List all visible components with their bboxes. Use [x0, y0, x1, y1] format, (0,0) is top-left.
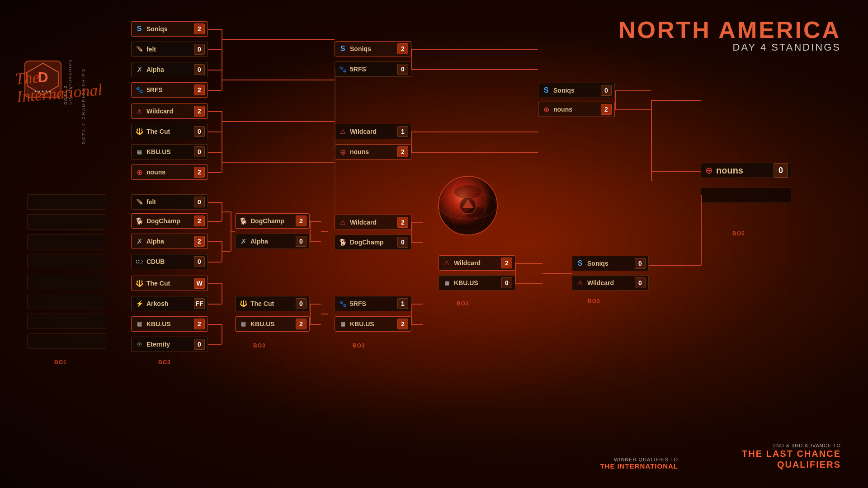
thecut-icon-2: 🔱	[238, 299, 248, 309]
conn	[208, 172, 222, 173]
lb-r2-4: ▦ KBU.US 2	[235, 316, 310, 332]
lb-r1-5: 🔱 The Cut W	[131, 276, 208, 291]
conn	[208, 324, 222, 325]
lb-r2-2: ✗ Alpha 0	[235, 234, 310, 249]
team-name: CDUB	[146, 258, 192, 265]
conn	[701, 195, 702, 265]
felt-icon-1: 🪶	[134, 44, 144, 54]
team-score: 2	[397, 146, 408, 157]
gf-upper: ⊕ nouns 0	[701, 163, 791, 178]
conn	[411, 152, 538, 153]
team-score: FF	[194, 298, 205, 309]
team-score: 0	[774, 163, 788, 178]
ub-r2-2: 🐾 5RFS 0	[335, 61, 411, 77]
conn	[310, 324, 321, 325]
lb-semi-2: ⚠ Wildcard 0	[572, 275, 649, 291]
team-score: 1	[397, 298, 408, 309]
conn	[208, 202, 222, 203]
conn	[651, 100, 652, 181]
conn	[222, 80, 335, 80]
conn	[208, 111, 222, 112]
wildcard-icon-semi: ⚠	[575, 278, 585, 288]
ti-script-logo: TheInternational	[14, 65, 76, 106]
conn	[411, 131, 412, 152]
conn	[222, 39, 222, 80]
lb-placeholder-8	[27, 333, 106, 349]
team-name: Soniqs	[587, 260, 632, 267]
team-name: felt	[146, 198, 192, 206]
conn	[208, 29, 222, 30]
conn	[515, 283, 542, 284]
lb-r2-1: 🐕 DogChamp 2	[235, 213, 310, 229]
team-name: KBU.US	[250, 320, 293, 328]
team-name: DogChamp	[146, 217, 192, 225]
eternity-icon: ♾	[134, 339, 144, 349]
team-score: 0	[194, 146, 205, 157]
team-score: 0	[194, 64, 205, 75]
team-score: 0	[501, 277, 512, 288]
conn	[208, 241, 222, 242]
conn	[222, 211, 231, 212]
wildcard-icon-4: ⚠	[442, 258, 452, 268]
team-score: 0	[296, 236, 307, 247]
team-score: 2	[296, 216, 307, 226]
soniqs-icon-2: S	[338, 44, 348, 54]
ub-r2-3: ⚠ Wildcard 1	[335, 124, 411, 139]
conn	[310, 304, 311, 324]
5rfs-icon-3: 🐾	[338, 299, 348, 309]
nouns-icon-2: ⊕	[338, 147, 348, 157]
winner-qualifies-text: WINNER QUALIFIES TO THE INTERNATIONAL	[600, 457, 678, 470]
lb-r1-3: ✗ Alpha 2	[131, 234, 208, 249]
conn	[615, 90, 651, 91]
lb-semi-1: S Soniqs 0	[572, 256, 649, 271]
conn	[321, 231, 328, 232]
ub-r1-5: ⚠ Wildcard 2	[131, 103, 208, 119]
conn	[222, 162, 335, 163]
conn	[651, 100, 701, 101]
wildcard-icon-2: ⚠	[338, 127, 348, 136]
team-score: 0	[194, 256, 205, 267]
cdub-icon: CD	[134, 257, 144, 267]
team-name: felt	[146, 46, 192, 53]
conn	[515, 263, 516, 283]
kbuus-icon-lb: ▦	[134, 319, 144, 329]
lb-placeholder-7	[27, 314, 106, 329]
conn	[411, 49, 538, 50]
conn	[310, 221, 321, 222]
team-score: 0	[194, 126, 205, 137]
lb-placeholder-5	[27, 274, 106, 289]
lb-placeholder-2	[27, 214, 106, 230]
team-name: DogChamp	[350, 239, 395, 246]
lb-r3-1: ⚠ Wildcard 2	[335, 215, 411, 230]
dota2-label: DOTA 2 CHAMPIONSHIPS	[81, 68, 86, 144]
conn-drop-1	[335, 69, 335, 214]
conn	[649, 265, 701, 266]
lb-r4-2: ▦ KBU.US 0	[439, 275, 515, 291]
conn	[615, 109, 651, 110]
kbuus-icon-4: ▦	[442, 278, 452, 288]
conn	[208, 262, 222, 263]
team-name: The Cut	[146, 128, 192, 135]
team-name: Wildcard	[350, 219, 395, 226]
team-name: KBU.US	[146, 320, 192, 328]
nouns-icon-gf: ⊕	[704, 165, 714, 175]
felt-icon-lb: 🪶	[134, 197, 144, 207]
soniqs-icon-lb: S	[575, 258, 585, 268]
conn	[411, 131, 538, 132]
5rfs-icon-2: 🐾	[338, 64, 348, 74]
day-standings: DAY 4 STANDINGS	[618, 42, 841, 53]
team-name: Soniqs	[146, 25, 192, 33]
lb-r1-7: ▦ KBU.US 2	[131, 316, 208, 332]
conn	[208, 90, 222, 91]
lb-r1-4: CD CDUB 0	[131, 254, 208, 269]
conn	[208, 70, 222, 70]
team-name: KBU.US	[146, 148, 192, 155]
team-score: 2	[194, 167, 205, 178]
alpha-icon-lb: ✗	[134, 236, 144, 246]
bo3-4-label: BO3	[457, 300, 469, 307]
team-score: 0	[397, 237, 408, 248]
ub-r1-2: 🪶 felt 0	[131, 42, 208, 57]
conn	[208, 131, 222, 132]
team-name: 5RFS	[350, 66, 395, 73]
team-score: 2	[397, 319, 408, 329]
